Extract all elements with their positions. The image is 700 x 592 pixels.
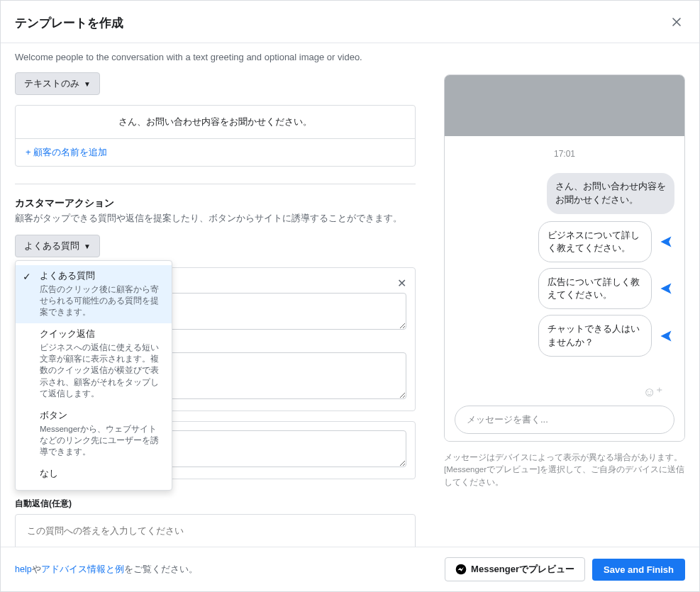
quick-reply-option[interactable]: ビジネスについて詳しく教えてください。 (538, 221, 652, 262)
send-icon[interactable] (657, 328, 674, 345)
incoming-bubble: さん、お問い合わせ内容をお聞かせください。 (547, 173, 674, 214)
dd-option-title: クイック返信 (40, 328, 163, 340)
action-type-dropdown-menu: ✓ よくある質問 広告のクリック後に顧客から寄せられる可能性のある質問を提案でき… (15, 260, 172, 491)
modal-body: Welcome people to the conversation with … (1, 43, 699, 547)
help-link[interactable]: help (15, 564, 32, 574)
messenger-icon (455, 564, 467, 575)
dropdown-option-none[interactable]: なし (16, 463, 172, 486)
customer-action-title: カスタマーアクション (15, 197, 416, 210)
dd-option-title: ボタン (40, 409, 163, 422)
action-type-dropdown-wrap: よくある質問 ▼ ✓ よくある質問 広告のクリック後に顧客から寄せられる可能性の… (15, 235, 100, 257)
greeting-desc: Welcome people to the conversation with … (15, 52, 416, 62)
emoji-add-icon[interactable]: ☺⁺ (643, 384, 663, 400)
chat-timestamp: 17:01 (455, 149, 674, 159)
modal-title: テンプレートを作成 (15, 15, 123, 31)
right-pane[interactable]: Messengerプレビュー 17:01 さん、お問い合わせ内容をお聞かせくださ… (430, 43, 699, 547)
modal-footer: helpやアドバイス情報と例をご覧ください。 Messengerでプレビュー S… (1, 547, 699, 591)
add-customer-name-button[interactable]: + 顧客の名前を追加 (16, 138, 415, 166)
auto-reply-label: 自動返信(任意) (15, 498, 416, 510)
chevron-down-icon: ▼ (84, 80, 91, 88)
help-suffix: をご覧ください。 (124, 564, 198, 574)
preview-phone-header (445, 75, 684, 136)
chevron-down-icon: ▼ (84, 242, 91, 250)
greeting-type-label: テキストのみ (24, 77, 79, 90)
messenger-preview: 17:01 さん、お問い合わせ内容をお聞かせください。 ビジネスについて詳しく教… (444, 74, 685, 442)
preview-disclaimer: メッセージはデバイスによって表示が異なる場合があります。[Messengerでプ… (444, 452, 685, 488)
dd-option-title: なし (40, 467, 163, 480)
template-modal: テンプレートを作成 Welcome people to the conversa… (0, 0, 700, 592)
dropdown-option-button[interactable]: ボタン Messengerから、ウェブサイトなどのリンク先にユーザーを誘導できま… (16, 405, 172, 463)
customer-action-desc: 顧客がタップできる質問や返信を提案したり、ボタンからサイトに誘導することができま… (15, 213, 416, 225)
compose-input[interactable]: メッセージを書く... (455, 406, 674, 434)
preview-button-label: Messengerでプレビュー (471, 563, 574, 576)
divider (15, 184, 416, 184)
action-type-dropdown-button[interactable]: よくある質問 ▼ (15, 235, 100, 257)
dropdown-option-quick-reply[interactable]: クイック返信 ビジネスへの返信に使える短い文章が顧客に表示されます。複数のクイッ… (16, 323, 172, 404)
greeting-box: さん、お問い合わせ内容をお聞かせください。 + 顧客の名前を追加 (15, 105, 416, 167)
footer-help-text: helpやアドバイス情報と例をご覧ください。 (15, 564, 198, 576)
dd-option-desc: 広告のクリック後に顧客から寄せられる可能性のある質問を提案できます。 (40, 284, 163, 318)
send-icon[interactable] (657, 233, 674, 250)
send-icon[interactable] (657, 280, 674, 297)
check-icon: ✓ (23, 271, 31, 282)
footer-buttons: Messengerでプレビュー Save and Finish (445, 557, 685, 581)
dropdown-option-faq[interactable]: ✓ よくある質問 広告のクリック後に顧客から寄せられる可能性のある質問を提案でき… (16, 265, 172, 323)
left-pane[interactable]: Welcome people to the conversation with … (1, 43, 430, 547)
quick-reply-row: 広告について詳しく教えてください。 (455, 268, 674, 309)
advice-link[interactable]: アドバイス情報と例 (41, 564, 124, 574)
quick-reply-option[interactable]: チャットできる人はいませんか？ (538, 315, 652, 356)
remove-question-icon[interactable]: ✕ (397, 277, 406, 290)
horizontal-scrollbar[interactable] (1, 537, 699, 547)
quick-reply-row: ビジネスについて詳しく教えてください。 (455, 221, 674, 262)
greeting-text: さん、お問い合わせ内容をお聞かせください。 (16, 106, 415, 138)
greeting-type-dropdown[interactable]: テキストのみ ▼ (15, 72, 100, 95)
dd-option-desc: ビジネスへの返信に使える短い文章が顧客に表示されます。複数のクイック返信が横並び… (40, 342, 163, 398)
dd-option-title: よくある質問 (40, 269, 163, 282)
save-finish-button[interactable]: Save and Finish (592, 559, 685, 581)
action-type-label: よくある質問 (24, 240, 79, 252)
close-icon[interactable] (668, 12, 685, 34)
modal-header: テンプレートを作成 (1, 1, 699, 43)
messenger-preview-button[interactable]: Messengerでプレビュー (445, 557, 585, 581)
quick-reply-option[interactable]: 広告について詳しく教えてください。 (538, 268, 652, 309)
chat-area: 17:01 さん、お問い合わせ内容をお聞かせください。 ビジネスについて詳しく教… (445, 136, 684, 441)
dd-option-desc: Messengerから、ウェブサイトなどのリンク先にユーザーを誘導できます。 (40, 423, 163, 457)
quick-reply-row: チャットできる人はいませんか？ (455, 315, 674, 356)
help-mid: や (32, 564, 41, 574)
